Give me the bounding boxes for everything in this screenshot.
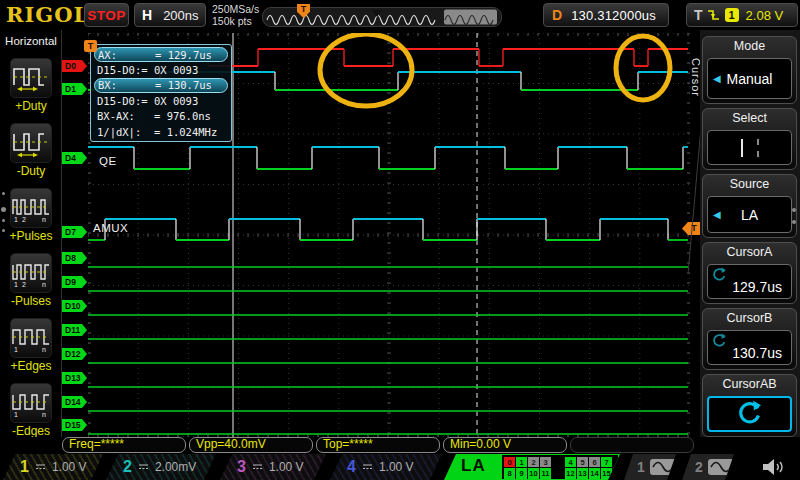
edges-negative-icon: 1n: [10, 383, 52, 423]
menu-group-value[interactable]: ◀LA: [707, 196, 792, 233]
svg-text:1: 1: [14, 346, 18, 353]
channel-badge-d8[interactable]: D8: [62, 252, 87, 264]
menu-group-title: Select: [703, 109, 796, 128]
la-bit-1-on: 1: [516, 457, 527, 468]
menu-group-value[interactable]: ◀Manual: [707, 58, 792, 99]
horizontal-label: H: [142, 7, 152, 23]
rotate-knob-icon: [712, 267, 727, 285]
menu-group-mode[interactable]: Mode◀Manual: [702, 36, 797, 104]
dc-coupling-icon: [138, 458, 149, 476]
menu-group-title: CursorA: [703, 243, 796, 262]
menu-group-cursora[interactable]: CursorA129.7us: [702, 242, 797, 304]
channel-badge-d14[interactable]: D14: [62, 396, 87, 408]
cursor-readout-label: AX:: [98, 49, 155, 61]
oscilloscope-screen: RIGOL STOP H 200ns 250MSa/s 150k pts T D…: [0, 0, 800, 480]
trigger-readout[interactable]: T 1 2.08 V: [686, 3, 798, 27]
left-menu-item-label: +Edges: [0, 359, 62, 373]
top-bar: RIGOL STOP H 200ns 250MSa/s 150k pts T D…: [0, 0, 800, 30]
channel-1-status[interactable]: 1 1.00 V: [3, 454, 103, 480]
channel-badge-d0[interactable]: D0: [62, 60, 87, 72]
cursor-readout-row: D15-D0:=0X 0093: [94, 62, 228, 77]
left-menu-item-duty[interactable]: -Duty: [0, 123, 62, 181]
channel-badge-d12[interactable]: D12: [62, 348, 87, 360]
logic-analyzer-status[interactable]: LA0123456789101112131415: [444, 454, 620, 480]
channel-4-status[interactable]: 4 1.00 V: [330, 454, 442, 480]
channel-badge-d11[interactable]: D11: [62, 324, 87, 336]
svg-text:2: 2: [22, 281, 26, 288]
la-bit-0-selected: 0: [504, 457, 515, 468]
la-bit-9-on: 9: [516, 468, 527, 479]
cursor-readout-row: D15-D0:=0X 0093: [94, 93, 228, 108]
left-menu-item-pulses[interactable]: 12n+Pulses: [0, 188, 62, 246]
menu-group-cursorab[interactable]: CursorAB: [702, 374, 797, 437]
run-state-badge[interactable]: STOP: [84, 3, 129, 27]
channel-badge-d4[interactable]: D4: [62, 152, 87, 164]
left-menu-item-duty[interactable]: +Duty: [0, 58, 62, 116]
dc-coupling-icon: [35, 458, 46, 476]
menu-group-cursorb[interactable]: CursorB130.7us: [702, 308, 797, 370]
cursor-readout-value: = 1.024MHz: [154, 126, 217, 138]
cursor-menu-panel: Mode◀ManualSelectSource◀LACursorA129.7us…: [700, 30, 800, 454]
menu-value-text: 129.7us: [732, 279, 782, 295]
delay-readout: D 130.312000us: [543, 3, 669, 27]
horizontal-scale-box[interactable]: H 200ns: [134, 3, 206, 27]
left-menu-item-edges[interactable]: 1n-Edges: [0, 383, 62, 441]
duty-positive-icon: [10, 58, 52, 98]
la-bit-12-on: 12: [565, 468, 576, 479]
svg-text:n: n: [42, 346, 46, 353]
left-menu-item-edges[interactable]: 1n+Edges: [0, 318, 62, 376]
measurement-min: Min=0.00 V: [443, 437, 567, 453]
cursor-readout-label: BX:: [98, 79, 155, 91]
speaker-icon: [760, 456, 786, 480]
memory-depth: 150k pts: [212, 15, 259, 27]
channel-badge-d7[interactable]: D7: [62, 226, 87, 238]
svg-text:n: n: [42, 216, 46, 223]
trigger-level-marker-left[interactable]: T: [84, 40, 97, 52]
menu-group-value[interactable]: [707, 396, 792, 432]
digital-trace-D4: [88, 147, 688, 169]
source-2-status[interactable]: 2: [682, 454, 734, 480]
menu-group-value[interactable]: [707, 130, 792, 165]
cursor-readout-label: 1/|dX|:: [97, 126, 154, 138]
rotate-knob-icon: [712, 333, 727, 348]
cursor-a-solid-line-icon: [741, 139, 743, 157]
measurement-empty-slot: [570, 437, 694, 453]
cursor-b-dashed-line-icon: [757, 139, 759, 157]
delay-value: 130.312000us: [571, 8, 656, 23]
page-dot: [2, 219, 5, 222]
menu-group-title: Mode: [703, 37, 796, 56]
acquisition-info: 250MSa/s 150k pts: [212, 3, 259, 27]
source-1-status[interactable]: 1: [624, 454, 676, 480]
menu-group-title: Source: [703, 175, 796, 194]
trace-label-qe: QE: [99, 155, 117, 167]
cursor-readout-value: = 130.7us: [155, 79, 212, 91]
cursor-readout-row: 1/|dX|:= 1.024MHz: [94, 124, 228, 139]
channel-badge-d15[interactable]: D15: [62, 419, 87, 431]
cursor-readout-box: AX:= 129.7usD15-D0:=0X 0093BX:= 130.7usD…: [90, 44, 232, 142]
measurement-vpp: Vpp=40.0mV: [189, 437, 313, 453]
source-number: 1: [637, 459, 645, 475]
channel-badge-d10[interactable]: D10: [62, 300, 87, 312]
cursor-readout-row: AX:= 129.7us: [94, 47, 228, 62]
left-menu-item-pulses[interactable]: 12n-Pulses: [0, 253, 62, 311]
svg-text:n: n: [42, 411, 46, 418]
menu-group-value[interactable]: 129.7us: [707, 264, 792, 299]
page-dot: [2, 192, 5, 195]
horizontal-scale-value: 200ns: [163, 8, 198, 23]
menu-group-select[interactable]: Select: [702, 108, 797, 170]
channel-3-status[interactable]: 3 1.00 V: [220, 454, 326, 480]
menu-group-title: CursorAB: [703, 375, 796, 394]
channel-badge-d9[interactable]: D9: [62, 276, 87, 288]
falling-edge-icon: [707, 8, 720, 22]
channel-number: 1: [20, 458, 29, 476]
channel-2-status[interactable]: 2 2.00mV: [106, 454, 216, 480]
menu-group-source[interactable]: Source◀LA: [702, 174, 797, 238]
menu-group-value[interactable]: 130.7us: [707, 330, 792, 365]
left-menu-item-label: -Pulses: [0, 294, 62, 308]
la-bit-7-on: 7: [601, 457, 612, 468]
channel-status-bar: 1 1.00 V2 2.00mV3 1.00 V4 1.00 VLA012345…: [0, 454, 800, 480]
channel-badge-d13[interactable]: D13: [62, 372, 87, 384]
delay-label: D: [552, 7, 562, 23]
channel-badge-d1[interactable]: D1: [62, 83, 87, 95]
channel-scale: 1.00 V: [379, 460, 414, 474]
